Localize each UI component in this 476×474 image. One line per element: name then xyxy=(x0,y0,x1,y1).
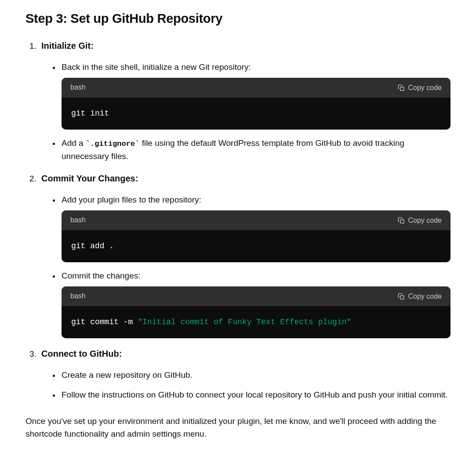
bullet-text-pre: Add a xyxy=(62,138,86,148)
instruction-item: Commit Your Changes: Add your plugin fil… xyxy=(39,172,451,338)
svg-rect-0 xyxy=(400,87,404,90)
code-content: git add . xyxy=(62,230,451,262)
copy-code-label: Copy code xyxy=(408,217,442,224)
instruction-title: Commit Your Changes: xyxy=(41,174,138,183)
list-item: Add your plugin files to the repository:… xyxy=(60,193,451,262)
code-header: bash Copy code xyxy=(62,286,451,306)
copy-icon xyxy=(398,293,405,300)
instruction-title: Connect to GitHub: xyxy=(41,349,122,358)
instruction-list: Initialize Git: Back in the site shell, … xyxy=(25,39,451,402)
step-heading: Step 3: Set up GitHub Repository xyxy=(25,9,451,29)
instruction-item: Initialize Git: Back in the site shell, … xyxy=(39,39,451,163)
list-item: Back in the site shell, initialize a new… xyxy=(60,61,451,130)
instruction-title: Initialize Git: xyxy=(41,41,94,51)
svg-rect-2 xyxy=(400,296,404,299)
copy-code-button[interactable]: Copy code xyxy=(398,293,442,300)
code-language-label: bash xyxy=(70,82,86,93)
list-item: Add a `.gitignore` file using the defaul… xyxy=(60,137,451,163)
code-block: bash Copy code git add . xyxy=(62,210,451,262)
code-header: bash Copy code xyxy=(62,210,451,230)
bullet-text: Follow the instructions on GitHub to con… xyxy=(62,390,448,399)
code-content: git commit -m "Initial commit of Funky T… xyxy=(62,306,451,338)
bullet-text: Add your plugin files to the repository: xyxy=(62,195,201,204)
list-item: Follow the instructions on GitHub to con… xyxy=(60,388,451,401)
bullet-text: Create a new repository on GitHub. xyxy=(62,370,193,380)
svg-rect-1 xyxy=(400,220,404,223)
bullet-text: Back in the site shell, initialize a new… xyxy=(62,62,251,72)
code-header: bash Copy code xyxy=(62,78,451,98)
code-block: bash Copy code git commit -m "Initial co… xyxy=(62,286,451,338)
copy-code-label: Copy code xyxy=(408,293,442,300)
copy-code-button[interactable]: Copy code xyxy=(398,84,442,92)
copy-code-button[interactable]: Copy code xyxy=(398,217,442,224)
copy-icon xyxy=(398,84,405,91)
code-block: bash Copy code git init xyxy=(62,78,451,130)
code-language-label: bash xyxy=(70,215,86,226)
list-item: Commit the changes: bash Copy code git c… xyxy=(60,269,451,338)
sub-bullet-list: Create a new repository on GitHub. Follo… xyxy=(41,369,451,402)
sub-bullet-list: Back in the site shell, initialize a new… xyxy=(41,61,451,163)
copy-code-label: Copy code xyxy=(408,84,442,92)
bullet-text: Commit the changes: xyxy=(62,271,141,280)
code-language-label: bash xyxy=(70,291,86,302)
inline-code: `.gitignore` xyxy=(86,140,139,148)
list-item: Create a new repository on GitHub. xyxy=(60,369,451,381)
closing-paragraph: Once you've set up your environment and … xyxy=(25,415,451,441)
code-content: git init xyxy=(62,98,451,130)
sub-bullet-list: Add your plugin files to the repository:… xyxy=(41,193,451,338)
copy-icon xyxy=(398,217,405,224)
instruction-item: Connect to GitHub: Create a new reposito… xyxy=(39,347,451,402)
